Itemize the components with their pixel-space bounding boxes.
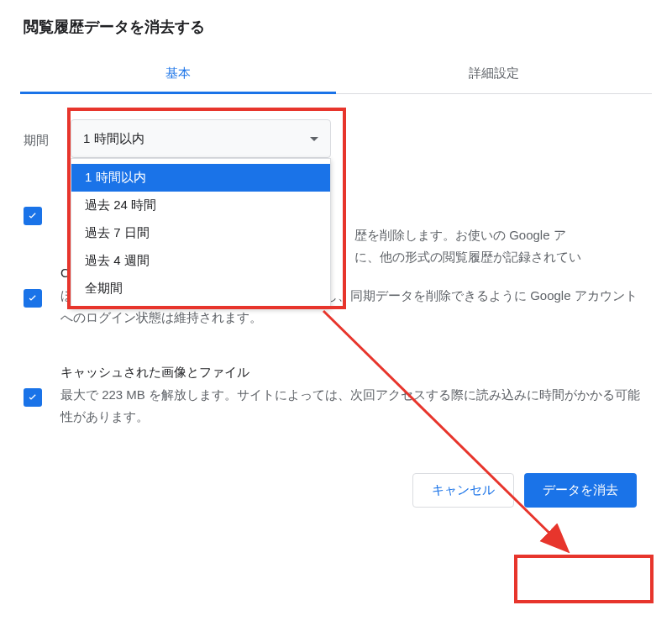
chevron-down-icon (310, 137, 318, 141)
option-cache: キャッシュされた画像とファイル 最大で 223 MB を解放します。サイトによっ… (20, 353, 652, 440)
period-selected-value: 1 時間以内 (83, 131, 144, 147)
check-icon (26, 292, 39, 305)
period-label: 期間 (24, 119, 71, 149)
history-desc-fragment-1: 歴を削除します。お使いの Google ア (354, 224, 566, 246)
tab-advanced[interactable]: 詳細設定 (336, 54, 652, 93)
dropdown-option-7d[interactable]: 過去 7 日間 (71, 219, 330, 247)
tabs: 基本 詳細設定 (20, 54, 652, 94)
clear-data-button[interactable]: データを消去 (524, 473, 637, 508)
dropdown-option-1h[interactable]: 1 時間以内 (71, 164, 330, 192)
tab-basic[interactable]: 基本 (20, 54, 336, 93)
annotation-highlight-clear-button (514, 555, 654, 603)
history-desc-fragment-2: に、他の形式の閲覧履歴が記録されてい (354, 246, 581, 268)
checkbox-cache[interactable] (24, 388, 42, 407)
dropdown-option-24h[interactable]: 過去 24 時間 (71, 192, 330, 219)
cancel-button[interactable]: キャンセル (412, 473, 514, 508)
option-cache-desc: 最大で 223 MB を解放します。サイトによっては、次回アクセスする際に読み込… (60, 384, 648, 429)
checkbox-cookie[interactable] (24, 289, 42, 308)
option-cache-title: キャッシュされた画像とファイル (60, 365, 648, 381)
checkbox-history[interactable] (24, 207, 42, 225)
dialog-title: 閲覧履歴データを消去する (20, 17, 652, 37)
dropdown-option-4w[interactable]: 過去 4 週間 (71, 247, 330, 275)
dropdown-option-all[interactable]: 全期間 (71, 275, 330, 303)
period-select[interactable]: 1 時間以内 (71, 119, 331, 158)
check-icon (26, 391, 39, 404)
check-icon (26, 209, 39, 223)
period-dropdown: 1 時間以内 過去 24 時間 過去 7 日間 過去 4 週間 全期間 (71, 158, 331, 308)
